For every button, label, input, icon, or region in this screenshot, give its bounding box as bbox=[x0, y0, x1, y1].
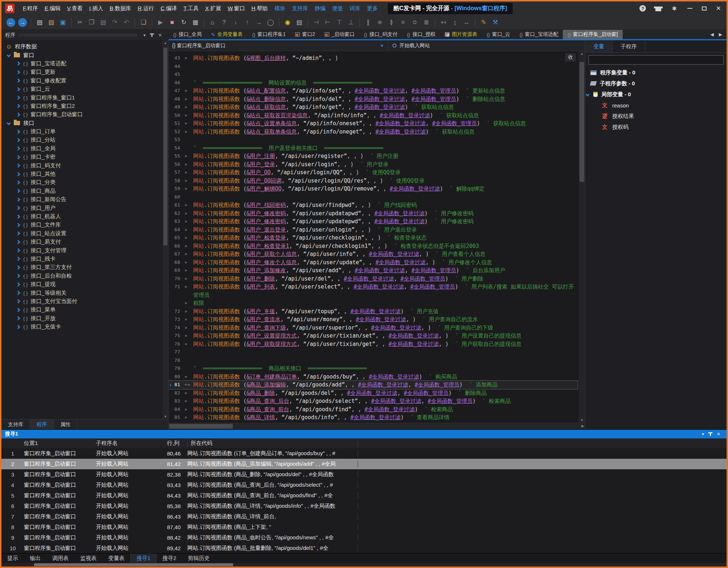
chevron-right-icon[interactable] bbox=[16, 325, 20, 329]
code-line-45[interactable]: 45 bbox=[168, 70, 578, 79]
code-line-76[interactable]: 76»网站.订阅视图函数 (&用户_获取提现方式, “/api/user/tix… bbox=[168, 340, 578, 348]
tab-窗口程序集1[interactable]: {}窗口程序集1 bbox=[247, 30, 290, 39]
local-variable-授权结果[interactable]: 逻授权结果 bbox=[585, 111, 727, 122]
tree-scroll-thumb[interactable] bbox=[163, 48, 167, 245]
tree-item-窗口程序集_窗口2[interactable]: { }窗口程序集_窗口2 bbox=[1, 102, 168, 110]
code-line-53[interactable]: 53 bbox=[168, 136, 578, 144]
code-line-60[interactable]: 60 bbox=[168, 193, 578, 201]
tree-item-接口_订单[interactable]: { }接口_订单 bbox=[1, 127, 168, 136]
cut-icon[interactable]: ✂ bbox=[74, 17, 85, 28]
tree-item-窗口_宝塔适配[interactable]: { }窗口_宝塔适配 bbox=[1, 60, 168, 68]
tab-图片资源表[interactable]: 图片资源表 bbox=[440, 30, 482, 39]
editor-vertical-scrollbar[interactable]: ▲ ▼ bbox=[579, 51, 585, 423]
code-line-61[interactable]: 61»网站.订阅视图函数 (&用户_找回密码, “/api/user/findp… bbox=[168, 201, 578, 209]
menu-E.编辑[interactable]: E.编辑 bbox=[45, 5, 61, 12]
code-line-50[interactable]: 50»网站.订阅视图函数 (&站点_获取首页渲染信息, “/api/info/i… bbox=[168, 111, 578, 120]
tree-item-接口_卡密[interactable]: { }接口_卡密 bbox=[1, 153, 168, 161]
tree-group-接口[interactable]: 接口 bbox=[1, 119, 168, 127]
code-line-68[interactable]: 68»网站.订阅视图函数 (&用户_修改个人信息, “/api/user/upd… bbox=[168, 258, 578, 267]
code-line-79[interactable]: 79' ══════════════════ 商品相关接口 ══════════… bbox=[168, 364, 578, 373]
search-result-row-7[interactable]: 7窗口程序集_启动窗口开始载入网站86,43网站.订阅视图函数 (商品_详情_前… bbox=[1, 511, 727, 522]
code-line-58[interactable]: 58»网站.订阅视图函数 (&用户_QQ回调, “/api/user/login… bbox=[168, 177, 578, 185]
open-file-icon[interactable]: ▨ bbox=[46, 17, 57, 28]
chevron-right-icon[interactable] bbox=[16, 282, 20, 286]
sidebar-tab-支持库[interactable]: 支持库 bbox=[1, 420, 30, 429]
code-line-81[interactable]: 81+»网站.订阅视图函数 (&商品_添加编辑, “/api/goods/add… bbox=[168, 381, 578, 389]
menu-模块[interactable]: 模块 bbox=[274, 5, 285, 12]
status-tab-变量表[interactable]: 变量表 bbox=[102, 553, 130, 563]
tree-scroll-down-icon[interactable]: ▼ bbox=[163, 415, 168, 418]
tree-item-接口_分站[interactable]: { }接口_分站 bbox=[1, 136, 168, 144]
search-result-row-8[interactable]: 8窗口程序集_启动窗口开始载入网站87,40网站.订阅视图函数 (商品_上下架,… bbox=[1, 522, 727, 532]
code-line-44[interactable]: 44 bbox=[168, 62, 578, 71]
restart-icon[interactable]: ↻ bbox=[178, 17, 189, 28]
code-line-49[interactable]: 49»网站.订阅视图函数 (&站点_获取信息, “/api/info/get”,… bbox=[168, 103, 578, 111]
close-icon[interactable]: × bbox=[716, 5, 721, 12]
col-行,列[interactable]: 行,列 bbox=[167, 440, 187, 447]
tree-item-窗口程序集_窗口1[interactable]: { }窗口程序集_窗口1 bbox=[1, 93, 168, 102]
form-designer-icon[interactable]: ▤ bbox=[294, 17, 305, 28]
redo-icon[interactable]: ↷ bbox=[109, 17, 120, 28]
search-result-row-4[interactable]: 4窗口程序集_启动窗口开始载入网站83,43网站.订阅视图函数 (商品_查询_后… bbox=[1, 480, 727, 490]
tab-接口_授权[interactable]: {}接口_授权 bbox=[402, 30, 440, 39]
variables-group-程序集变量 - 0[interactable]: 程序集变量 - 0 bbox=[585, 67, 727, 78]
code-line-84[interactable]: 84»网站.订阅视图函数 (&商品_查询_前台, “/api/goods/fin… bbox=[168, 405, 578, 414]
status-tab-剪辑历史[interactable]: 剪辑历史 bbox=[182, 553, 216, 563]
menu-X.扩展[interactable]: X.扩展 bbox=[205, 5, 221, 12]
col-子程序名[interactable]: 子程序名 bbox=[96, 440, 167, 447]
scope-dropdown[interactable]: {} 窗口程序集_启动窗口 ▼ bbox=[168, 40, 388, 51]
chevron-right-icon[interactable] bbox=[16, 172, 20, 176]
code-line-64[interactable]: 64»网站.订阅视图函数 (&用户_退出登录, “/api/user/unlog… bbox=[168, 226, 578, 234]
nav-back-icon[interactable]: ← bbox=[7, 18, 15, 27]
chevron-right-icon[interactable] bbox=[16, 155, 20, 159]
sidebar-close-icon[interactable]: ✕ bbox=[158, 33, 162, 38]
chevron-right-icon[interactable] bbox=[16, 257, 20, 261]
search-result-row-1[interactable]: 1窗口程序集_启动窗口开始载入网站80,46网站.订阅视图函数 (订单_创建商品… bbox=[1, 448, 727, 459]
tree-item-接口_菜单[interactable]: { }接口_菜单 bbox=[1, 306, 168, 314]
code-line-55[interactable]: 55»网站.订阅视图函数 (&用户_注册, “/api/user/registe… bbox=[168, 152, 578, 160]
chevron-right-icon[interactable] bbox=[16, 62, 20, 66]
chevron-right-icon[interactable] bbox=[16, 299, 20, 303]
home-icon[interactable]: ⌂ bbox=[207, 17, 218, 28]
align-bottom-icon[interactable]: ⊥ bbox=[346, 17, 357, 28]
tab-窗口_云[interactable]: {}窗口_云 bbox=[482, 30, 515, 39]
editor-vscroll-thumb[interactable] bbox=[579, 62, 584, 182]
search-result-row-9[interactable]: 9窗口程序集_启动窗口开始载入网站88,42网站.订阅视图函数 (商品_临时公告… bbox=[1, 532, 727, 543]
menu-R.运行[interactable]: R.运行 bbox=[138, 5, 154, 12]
chevron-right-icon[interactable] bbox=[16, 316, 20, 320]
code-line-48[interactable]: 48»网站.订阅视图函数 (&站点_删除信息, “/api/info/del”,… bbox=[168, 95, 578, 103]
search-result-row-10[interactable]: 10窗口程序集_启动窗口开始载入网站89,42网站.订阅视图函数 (商品_批量删… bbox=[1, 543, 727, 553]
chevron-right-icon[interactable] bbox=[16, 79, 20, 83]
tree-scroll-up-icon[interactable]: ▲ bbox=[163, 41, 168, 45]
tools-icon[interactable]: ⚒ bbox=[490, 17, 501, 28]
tree-item-窗口程序集_启动窗口[interactable]: { }窗口程序集_启动窗口 bbox=[1, 110, 168, 119]
tree-item-接口_文件库[interactable]: { }接口_文件库 bbox=[1, 221, 168, 229]
bottom-scroll-thumb[interactable] bbox=[34, 563, 233, 566]
bottom-scrollbar[interactable] bbox=[1, 563, 727, 567]
code-line-71-wrap[interactable]: »权限 bbox=[168, 299, 578, 307]
run-icon[interactable]: ▶ bbox=[155, 17, 166, 28]
sidebar-dropdown-icon[interactable]: ▾ bbox=[143, 33, 146, 38]
step-into-icon[interactable]: ↓ bbox=[230, 17, 241, 28]
sidebar-tab-程序[interactable]: 程序 bbox=[30, 420, 54, 429]
menu-词库[interactable]: 词库 bbox=[350, 5, 361, 12]
tab-全局变量表[interactable]: ✎全局变量表 bbox=[206, 30, 247, 39]
tree-item-接口_充值卡[interactable]: { }接口_充值卡 bbox=[1, 323, 168, 331]
panel-tab-子程序[interactable]: 子程序 bbox=[613, 41, 645, 52]
chevron-right-icon[interactable] bbox=[16, 163, 20, 167]
tree-item-接口_新闻公告[interactable]: { }接口_新闻公告 bbox=[1, 195, 168, 204]
menu-I.插入[interactable]: I.插入 bbox=[89, 5, 103, 12]
tree-item-接口_易支付[interactable]: { }接口_易支付 bbox=[1, 238, 168, 246]
status-tab-输出[interactable]: 输出 bbox=[24, 553, 46, 563]
editor-hscroll-thumb[interactable] bbox=[169, 424, 233, 429]
tree-item-接口_商品[interactable]: { }接口_商品 bbox=[1, 187, 168, 195]
tree-scrollbar[interactable]: ▲ ▼ bbox=[163, 40, 168, 419]
search-result-row-3[interactable]: 3窗口程序集_启动窗口开始载入网站82,38网站.订阅视图函数 (商品_删除, … bbox=[1, 469, 727, 480]
tree-item-窗口_更新[interactable]: { }窗口_更新 bbox=[1, 68, 168, 76]
save-icon[interactable]: ▣ bbox=[57, 17, 68, 28]
tree-item-接口_等级相关[interactable]: { }接口_等级相关 bbox=[1, 289, 168, 297]
breakpoint-icon[interactable]: ◯ bbox=[265, 17, 276, 28]
chevron-right-icon[interactable] bbox=[16, 274, 20, 278]
pause-icon[interactable]: ? bbox=[219, 17, 229, 28]
tree-item-窗口_云[interactable]: { }窗口_云 bbox=[1, 85, 168, 93]
